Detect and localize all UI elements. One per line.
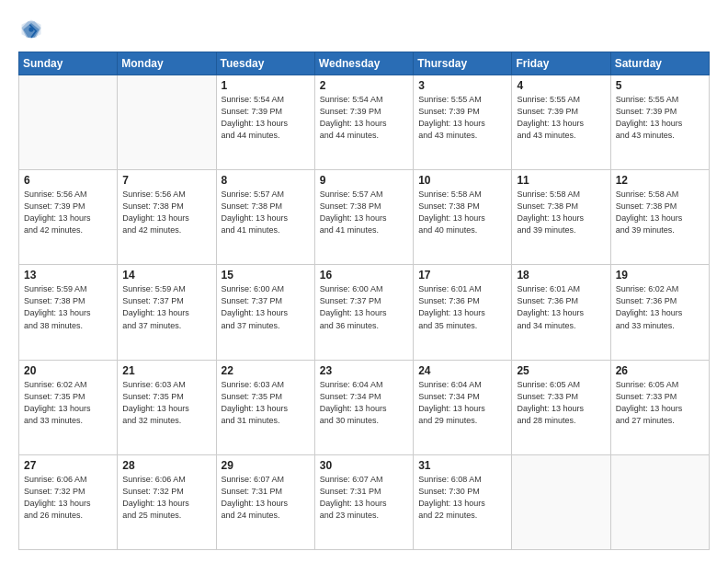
calendar-cell: 6Sunrise: 5:56 AM Sunset: 7:39 PM Daylig… [19,170,118,265]
calendar-cell: 3Sunrise: 5:55 AM Sunset: 7:39 PM Daylig… [414,75,512,170]
day-number: 29 [222,459,310,472]
day-info: Sunrise: 5:56 AM Sunset: 7:38 PM Dayligh… [122,189,210,236]
day-info: Sunrise: 5:58 AM Sunset: 7:38 PM Dayligh… [418,189,506,236]
day-info: Sunrise: 6:04 AM Sunset: 7:34 PM Dayligh… [418,379,506,427]
calendar-cell: 2Sunrise: 5:54 AM Sunset: 7:39 PM Daylig… [314,75,413,170]
day-number: 19 [616,269,704,282]
day-number: 14 [122,269,210,282]
day-number: 12 [616,174,704,187]
calendar-cell: 23Sunrise: 6:04 AM Sunset: 7:34 PM Dayli… [314,360,413,454]
calendar-cell [512,454,610,549]
day-number: 31 [418,459,506,472]
day-number: 22 [222,364,310,377]
calendar-cell: 5Sunrise: 5:55 AM Sunset: 7:39 PM Daylig… [610,75,709,170]
day-info: Sunrise: 6:01 AM Sunset: 7:36 PM Dayligh… [517,283,605,331]
calendar-cell: 13Sunrise: 5:59 AM Sunset: 7:38 PM Dayli… [19,265,118,360]
weekday-header-row: SundayMondayTuesdayWednesdayThursdayFrid… [19,52,710,75]
day-info: Sunrise: 5:58 AM Sunset: 7:38 PM Dayligh… [517,189,605,236]
day-info: Sunrise: 6:07 AM Sunset: 7:31 PM Dayligh… [320,474,408,522]
day-number: 23 [320,364,408,377]
calendar-cell: 1Sunrise: 5:54 AM Sunset: 7:39 PM Daylig… [216,75,314,170]
day-info: Sunrise: 6:06 AM Sunset: 7:32 PM Dayligh… [122,474,210,522]
day-number: 16 [320,269,408,282]
day-info: Sunrise: 6:05 AM Sunset: 7:33 PM Dayligh… [616,379,704,427]
weekday-header-friday: Friday [512,52,610,75]
logo-icon [18,17,44,42]
calendar-cell: 26Sunrise: 6:05 AM Sunset: 7:33 PM Dayli… [610,360,709,454]
calendar-cell: 14Sunrise: 5:59 AM Sunset: 7:37 PM Dayli… [118,265,216,360]
calendar-cell: 4Sunrise: 5:55 AM Sunset: 7:39 PM Daylig… [512,75,610,170]
day-number: 18 [517,269,605,282]
day-number: 15 [222,269,310,282]
calendar-week-row: 1Sunrise: 5:54 AM Sunset: 7:39 PM Daylig… [19,75,710,170]
calendar-cell: 9Sunrise: 5:57 AM Sunset: 7:38 PM Daylig… [314,170,413,265]
calendar-cell: 10Sunrise: 5:58 AM Sunset: 7:38 PM Dayli… [414,170,512,265]
day-info: Sunrise: 5:54 AM Sunset: 7:39 PM Dayligh… [320,94,408,142]
day-info: Sunrise: 5:57 AM Sunset: 7:38 PM Dayligh… [222,189,310,236]
calendar-cell [118,75,216,170]
calendar-week-row: 27Sunrise: 6:06 AM Sunset: 7:32 PM Dayli… [19,454,710,549]
day-number: 4 [517,79,605,92]
logo [18,17,48,42]
calendar-cell: 24Sunrise: 6:04 AM Sunset: 7:34 PM Dayli… [414,360,512,454]
day-number: 26 [616,364,704,377]
calendar-week-row: 6Sunrise: 5:56 AM Sunset: 7:39 PM Daylig… [19,170,710,265]
day-number: 8 [222,174,310,187]
day-info: Sunrise: 6:00 AM Sunset: 7:37 PM Dayligh… [320,283,408,331]
calendar-cell: 22Sunrise: 6:03 AM Sunset: 7:35 PM Dayli… [216,360,314,454]
calendar-cell: 25Sunrise: 6:05 AM Sunset: 7:33 PM Dayli… [512,360,610,454]
calendar-cell: 18Sunrise: 6:01 AM Sunset: 7:36 PM Dayli… [512,265,610,360]
day-number: 5 [616,79,704,92]
weekday-header-sunday: Sunday [19,52,118,75]
day-info: Sunrise: 5:56 AM Sunset: 7:39 PM Dayligh… [24,189,112,236]
day-info: Sunrise: 6:07 AM Sunset: 7:31 PM Dayligh… [222,474,310,522]
calendar-cell: 8Sunrise: 5:57 AM Sunset: 7:38 PM Daylig… [216,170,314,265]
day-info: Sunrise: 5:58 AM Sunset: 7:38 PM Dayligh… [616,189,704,236]
day-info: Sunrise: 5:55 AM Sunset: 7:39 PM Dayligh… [517,94,605,142]
calendar-cell: 11Sunrise: 5:58 AM Sunset: 7:38 PM Dayli… [512,170,610,265]
calendar-cell: 7Sunrise: 5:56 AM Sunset: 7:38 PM Daylig… [118,170,216,265]
day-number: 28 [122,459,210,472]
calendar-cell: 28Sunrise: 6:06 AM Sunset: 7:32 PM Dayli… [118,454,216,549]
calendar-cell: 20Sunrise: 6:02 AM Sunset: 7:35 PM Dayli… [19,360,118,454]
calendar-cell [19,75,118,170]
day-number: 1 [222,79,310,92]
day-info: Sunrise: 6:06 AM Sunset: 7:32 PM Dayligh… [24,474,112,522]
day-number: 10 [418,174,506,187]
weekday-header-tuesday: Tuesday [216,52,314,75]
day-number: 20 [24,364,112,377]
day-info: Sunrise: 6:00 AM Sunset: 7:37 PM Dayligh… [222,283,310,331]
day-info: Sunrise: 6:03 AM Sunset: 7:35 PM Dayligh… [222,379,310,427]
day-number: 6 [24,174,112,187]
day-info: Sunrise: 6:08 AM Sunset: 7:30 PM Dayligh… [418,474,506,522]
day-number: 25 [517,364,605,377]
calendar-cell: 17Sunrise: 6:01 AM Sunset: 7:36 PM Dayli… [414,265,512,360]
calendar-cell: 19Sunrise: 6:02 AM Sunset: 7:36 PM Dayli… [610,265,709,360]
day-info: Sunrise: 6:04 AM Sunset: 7:34 PM Dayligh… [320,379,408,427]
day-info: Sunrise: 6:05 AM Sunset: 7:33 PM Dayligh… [517,379,605,427]
calendar-cell: 29Sunrise: 6:07 AM Sunset: 7:31 PM Dayli… [216,454,314,549]
day-info: Sunrise: 6:03 AM Sunset: 7:35 PM Dayligh… [122,379,210,427]
day-info: Sunrise: 5:55 AM Sunset: 7:39 PM Dayligh… [616,94,704,142]
day-info: Sunrise: 5:59 AM Sunset: 7:37 PM Dayligh… [122,283,210,331]
day-number: 3 [418,79,506,92]
day-number: 30 [320,459,408,472]
calendar-cell: 21Sunrise: 6:03 AM Sunset: 7:35 PM Dayli… [118,360,216,454]
header [18,17,710,42]
day-info: Sunrise: 6:02 AM Sunset: 7:35 PM Dayligh… [24,379,112,427]
calendar-cell: 27Sunrise: 6:06 AM Sunset: 7:32 PM Dayli… [19,454,118,549]
day-info: Sunrise: 6:01 AM Sunset: 7:36 PM Dayligh… [418,283,506,331]
calendar-cell: 16Sunrise: 6:00 AM Sunset: 7:37 PM Dayli… [314,265,413,360]
day-info: Sunrise: 5:55 AM Sunset: 7:39 PM Dayligh… [418,94,506,142]
calendar-cell: 12Sunrise: 5:58 AM Sunset: 7:38 PM Dayli… [610,170,709,265]
day-number: 13 [24,269,112,282]
day-info: Sunrise: 5:59 AM Sunset: 7:38 PM Dayligh… [24,283,112,331]
calendar-week-row: 20Sunrise: 6:02 AM Sunset: 7:35 PM Dayli… [19,360,710,454]
weekday-header-wednesday: Wednesday [314,52,413,75]
day-number: 2 [320,79,408,92]
calendar-table: SundayMondayTuesdayWednesdayThursdayFrid… [18,52,710,550]
day-info: Sunrise: 5:54 AM Sunset: 7:39 PM Dayligh… [222,94,310,142]
day-number: 11 [517,174,605,187]
day-number: 24 [418,364,506,377]
day-number: 27 [24,459,112,472]
